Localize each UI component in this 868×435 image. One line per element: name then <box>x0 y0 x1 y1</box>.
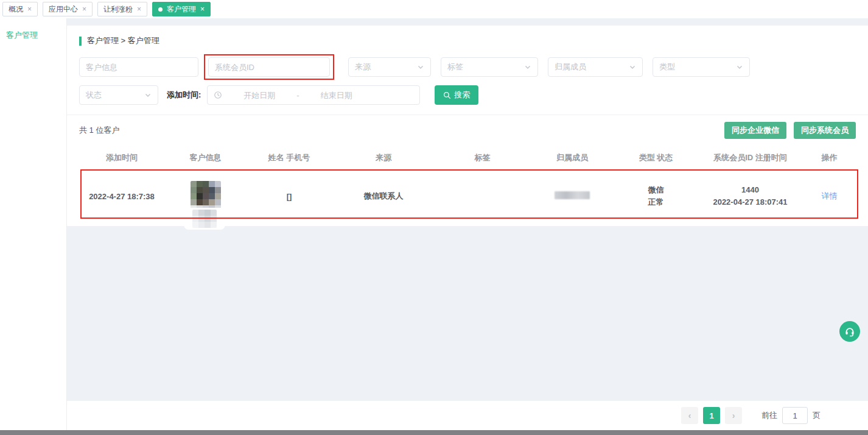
page-1-button[interactable]: 1 <box>703 407 720 424</box>
tab-app-center[interactable]: 应用中心 × <box>43 2 93 16</box>
goto-page: 前往 页 <box>761 407 821 424</box>
prev-page-button[interactable]: ‹ <box>681 407 698 424</box>
col-header-owner: 归属成员 <box>530 152 615 163</box>
cell-name-phone: [] <box>247 192 332 201</box>
close-icon[interactable]: × <box>200 5 205 13</box>
tab-bar: 概况 × 应用中心 × 让利涨粉 × 客户管理 × <box>0 0 868 18</box>
table-row: 2022-4-27 18:7:38 [] 微信联系人 微信 正常 1440 20… <box>79 170 856 222</box>
source-select-placeholder: 来源 <box>355 62 371 72</box>
col-header-source: 来源 <box>332 152 435 163</box>
search-button[interactable]: 搜索 <box>435 85 478 105</box>
tab-label: 概况 <box>9 4 23 15</box>
col-header-customer-info: 客户信息 <box>164 152 247 163</box>
member-id-highlight-wrap <box>208 57 330 77</box>
customer-info-input[interactable] <box>79 57 198 77</box>
add-time-label: 添加时间: <box>167 90 201 101</box>
bottom-status-bar <box>0 430 868 435</box>
col-header-member-id-time: 系统会员ID 注册时间 <box>697 152 803 163</box>
tab-rebate-fans[interactable]: 让利涨粉 × <box>97 2 147 16</box>
headset-icon <box>844 326 855 337</box>
cell-owner <box>530 191 615 201</box>
pagination-bar: ‹ 1 › 前往 页 <box>67 401 868 430</box>
customer-status: 正常 <box>615 196 697 208</box>
tab-label: 让利涨粉 <box>103 4 133 15</box>
search-icon <box>443 91 451 99</box>
sidebar: 客户管理 <box>0 18 67 430</box>
chevron-down-icon <box>524 63 531 71</box>
sync-buttons: 同步企业微信 同步系统会员 <box>724 122 856 139</box>
cell-customer-info <box>164 181 247 211</box>
status-select[interactable]: 状态 <box>79 85 158 105</box>
member-id-value: 1440 <box>697 184 803 196</box>
close-icon[interactable]: × <box>82 5 86 13</box>
tag-select-placeholder: 标签 <box>447 62 463 72</box>
filter-row-2: 状态 添加时间: - <box>79 85 856 105</box>
member-id-input[interactable] <box>208 57 330 77</box>
cell-type-status: 微信 正常 <box>615 184 697 208</box>
date-range-picker[interactable]: - <box>207 85 420 105</box>
status-select-placeholder: 状态 <box>86 90 102 101</box>
tag-select[interactable]: 标签 <box>441 57 538 77</box>
page-layout: 客户管理 客户管理 > 客户管理 来源 标签 <box>0 18 868 430</box>
sync-wecom-button[interactable]: 同步企业微信 <box>724 122 786 139</box>
register-time-value: 2022-04-27 18:07:41 <box>697 196 803 208</box>
breadcrumb-text: 客户管理 > 客户管理 <box>87 35 159 46</box>
customer-type: 微信 <box>615 184 697 196</box>
table-header-row: 添加时间 客户信息 姓名 手机号 来源 标签 归属成员 类型 状态 系统会员ID… <box>79 146 856 170</box>
main-area: 客户管理 > 客户管理 来源 标签 归属成员 <box>67 18 868 430</box>
chevron-down-icon <box>736 63 743 71</box>
customer-avatar-blurred <box>191 181 221 211</box>
col-header-type-status: 类型 状态 <box>615 152 697 163</box>
breadcrumb: 客户管理 > 客户管理 <box>79 35 856 46</box>
owner-select[interactable]: 归属成员 <box>548 57 643 77</box>
col-header-action: 操作 <box>803 152 855 163</box>
cell-add-time: 2022-4-27 18:7:38 <box>79 192 164 201</box>
goto-page-input[interactable] <box>782 407 808 424</box>
table-toolbar: 共 1 位客户 同步企业微信 同步系统会员 <box>79 115 856 146</box>
chevron-down-icon <box>144 91 152 99</box>
col-header-name-phone: 姓名 手机号 <box>247 152 332 163</box>
col-header-add-time: 添加时间 <box>79 152 164 163</box>
sidebar-item-customer-management[interactable]: 客户管理 <box>0 26 66 45</box>
tab-label: 客户管理 <box>167 4 196 15</box>
customer-count: 共 1 位客户 <box>79 125 119 136</box>
next-page-button[interactable]: › <box>725 407 742 424</box>
start-date-input[interactable] <box>226 91 293 100</box>
active-dot-icon <box>158 7 163 12</box>
customer-table-panel: 共 1 位客户 同步企业微信 同步系统会员 添加时间 客户信息 姓名 手机号 来… <box>67 115 868 226</box>
cell-action: 详情 <box>803 191 855 202</box>
tab-overview[interactable]: 概况 × <box>2 2 38 16</box>
close-icon[interactable]: × <box>137 5 141 13</box>
type-select[interactable]: 类型 <box>653 57 750 77</box>
goto-label: 前往 <box>761 410 777 421</box>
filter-panel: 客户管理 > 客户管理 来源 标签 归属成员 <box>67 26 868 115</box>
col-header-tag: 标签 <box>435 152 530 163</box>
type-select-placeholder: 类型 <box>659 62 675 72</box>
chevron-down-icon <box>417 63 424 71</box>
owner-select-placeholder: 归属成员 <box>555 62 586 72</box>
date-separator: - <box>296 91 299 100</box>
source-select[interactable]: 来源 <box>348 57 431 77</box>
owner-name-blurred <box>555 191 590 199</box>
end-date-input[interactable] <box>303 91 370 100</box>
tab-customer-management[interactable]: 客户管理 × <box>152 2 211 16</box>
sync-member-button[interactable]: 同步系统会员 <box>794 122 856 139</box>
sidebar-item-label: 客户管理 <box>6 30 38 40</box>
customer-name-blurred-tooltip <box>184 208 225 230</box>
breadcrumb-accent-bar <box>79 37 82 46</box>
detail-link[interactable]: 详情 <box>822 191 838 200</box>
cell-member-id-time: 1440 2022-04-27 18:07:41 <box>697 184 803 208</box>
support-fab-button[interactable] <box>839 321 860 342</box>
search-button-label: 搜索 <box>454 90 470 101</box>
customer-name-blurred <box>192 210 217 228</box>
clock-icon <box>214 91 222 99</box>
page-unit-label: 页 <box>813 410 821 421</box>
filter-row-1: 来源 标签 归属成员 类型 <box>79 57 856 77</box>
tab-label: 应用中心 <box>49 4 78 15</box>
chevron-down-icon <box>629 63 636 71</box>
close-icon[interactable]: × <box>27 5 32 13</box>
cell-source: 微信联系人 <box>332 191 435 202</box>
empty-area <box>67 226 868 401</box>
